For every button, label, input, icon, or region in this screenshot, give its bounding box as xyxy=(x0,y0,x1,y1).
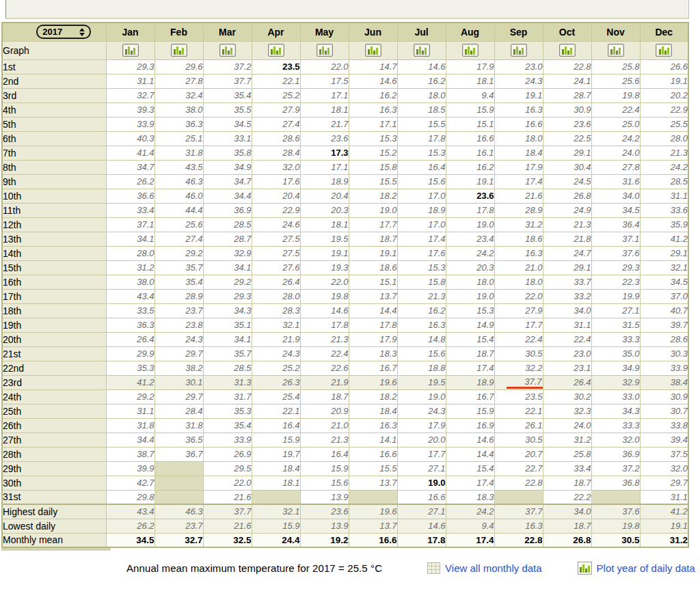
temperature-cell: 34.7 xyxy=(106,160,154,174)
temperature-cell: 17.0 xyxy=(397,189,446,203)
temperature-cell: 29.2 xyxy=(106,389,154,404)
temperature-cell: 23.5 xyxy=(494,389,543,404)
temperature-cell: 21.9 xyxy=(300,375,349,389)
temperature-cell: 30.5 xyxy=(494,433,543,447)
temperature-cell: 22.0 xyxy=(300,275,349,289)
view-all-monthly-data-link[interactable]: View all monthly data xyxy=(445,562,541,574)
bar-chart-icon[interactable] xyxy=(578,562,592,575)
temperature-cell: 23.6 xyxy=(300,131,349,146)
plot-year-of-daily-data-link[interactable]: Plot year of daily data xyxy=(597,562,695,574)
temperature-cell: 30.3 xyxy=(640,346,688,361)
temperature-cell: 46.0 xyxy=(154,189,203,203)
temperature-cell: 24.2 xyxy=(591,131,640,146)
temperature-cell: 46.3 xyxy=(154,174,203,189)
temperature-cell: 30.1 xyxy=(154,375,203,389)
temperature-cell xyxy=(591,490,640,504)
bar-chart-icon-button[interactable] xyxy=(219,44,236,57)
table-row-10th: 10th36.646.034.420.420.418.217.023.621.6… xyxy=(2,189,688,203)
temperature-cell: 39.3 xyxy=(106,102,154,117)
temperature-cell: 34.1 xyxy=(106,232,154,246)
temperature-cell: 19.1 xyxy=(300,246,349,260)
table-row-11th: 11th33.444.436.922.920.319.018.917.828.9… xyxy=(2,203,688,217)
temperature-cell: 27.9 xyxy=(252,102,300,117)
temperature-cell: 22.0 xyxy=(300,59,349,74)
temperature-cell: 23.5 xyxy=(252,59,300,74)
temperature-cell: 28.4 xyxy=(252,146,300,160)
temperature-cell: 38.4 xyxy=(640,375,688,389)
temperature-cell: 18.7 xyxy=(543,476,591,490)
temperature-cell: 19.0 xyxy=(446,289,494,303)
temperature-cell xyxy=(349,490,397,504)
temperature-cell: 29.2 xyxy=(154,246,203,260)
temperature-cell: 27.6 xyxy=(252,260,300,275)
temperature-cell: 25.6 xyxy=(591,74,640,88)
summary-cell: 17.8 xyxy=(397,533,446,547)
temperature-cell: 14.9 xyxy=(446,318,494,332)
temperature-cell: 17.8 xyxy=(446,203,494,217)
bar-chart-icon-button[interactable] xyxy=(559,44,576,57)
temperature-cell: 28.0 xyxy=(640,131,688,146)
temperature-cell: 17.4 xyxy=(446,361,494,375)
day-label: 3rd xyxy=(2,88,106,102)
temperature-cell: 14.1 xyxy=(349,433,397,447)
temperature-cell: 33.3 xyxy=(591,332,640,346)
summary-cell: 43.4 xyxy=(106,504,154,519)
table-row-23rd: 23rd41.230.131.326.321.919.619.518.937.7… xyxy=(2,375,688,389)
temperature-cell: 22.7 xyxy=(494,461,543,476)
temperature-cell: 24.5 xyxy=(543,174,591,189)
temperature-cell: 37.5 xyxy=(640,447,688,461)
month-header-apr: Apr xyxy=(252,23,300,41)
temperature-cell: 18.0 xyxy=(494,131,543,146)
temperature-cell: 18.4 xyxy=(252,461,300,476)
temperature-cell: 14.4 xyxy=(446,447,494,461)
temperature-cell: 22.6 xyxy=(300,361,349,375)
table-grid-icon[interactable] xyxy=(427,562,440,574)
temperature-cell: 18.2 xyxy=(349,189,397,203)
temperature-cell: 35.4 xyxy=(203,418,252,433)
temperature-cell: 21.3 xyxy=(397,289,446,303)
temperature-cell: 28.6 xyxy=(640,332,688,346)
temperature-cell: 32.9 xyxy=(591,375,640,389)
temperature-cell: 14.6 xyxy=(300,303,349,318)
temperature-cell: 25.2 xyxy=(252,361,300,375)
month-header-jan: Jan xyxy=(106,23,154,41)
temperature-cell: 17.7 xyxy=(349,217,397,232)
temperature-cell: 17.3 xyxy=(300,146,349,160)
bar-chart-icon-button[interactable] xyxy=(462,44,479,57)
bar-chart-icon-button[interactable] xyxy=(608,44,624,57)
year-select[interactable]: 2017 xyxy=(36,25,91,39)
bar-chart-icon-button[interactable] xyxy=(122,44,139,57)
bar-chart-icon-button[interactable] xyxy=(317,44,333,57)
bar-chart-icon-button[interactable] xyxy=(414,44,430,57)
bar-chart-icon-button[interactable] xyxy=(656,44,672,57)
temperature-cell: 15.5 xyxy=(397,117,446,131)
summary-cell: 46.3 xyxy=(154,504,203,519)
day-label: 19th xyxy=(2,318,106,332)
table-row-5th: 5th33.936.334.527.421.717.115.515.116.62… xyxy=(2,117,688,131)
temperature-cell: 22.4 xyxy=(591,102,640,117)
summary-cell: 22.8 xyxy=(494,533,543,547)
table-row-22nd: 22nd35.338.228.525.222.616.718.817.432.2… xyxy=(2,361,688,375)
temperature-cell: 34.4 xyxy=(203,189,252,203)
temperature-cell: 39.4 xyxy=(640,433,688,447)
temperature-cell: 34.9 xyxy=(203,160,252,174)
day-label: 28th xyxy=(2,447,106,461)
bar-chart-icon-button[interactable] xyxy=(268,44,284,57)
annual-mean-text: Annual mean maximum temperature for 2017… xyxy=(126,562,382,574)
temperature-cell: 18.6 xyxy=(349,260,397,275)
table-row-28th: 28th38.736.726.919.716.416.617.714.420.7… xyxy=(2,447,688,461)
temperature-cell: 33.1 xyxy=(203,131,252,146)
temperature-cell: 17.4 xyxy=(446,476,494,490)
temperature-cell: 25.6 xyxy=(154,217,203,232)
temperature-cell: 21.7 xyxy=(300,117,349,131)
bar-chart-icon-button[interactable] xyxy=(365,44,381,57)
day-label: 16th xyxy=(2,275,106,289)
day-label: 22nd xyxy=(2,361,106,375)
temperature-cell: 33.0 xyxy=(591,389,640,404)
temperature-cell: 19.7 xyxy=(252,447,300,461)
temperature-cell: 18.3 xyxy=(446,490,494,504)
bar-chart-icon-button[interactable] xyxy=(511,44,527,57)
bar-chart-icon-button[interactable] xyxy=(171,44,187,57)
temperature-cell: 24.2 xyxy=(446,246,494,260)
temperature-cell: 31.1 xyxy=(640,490,688,504)
